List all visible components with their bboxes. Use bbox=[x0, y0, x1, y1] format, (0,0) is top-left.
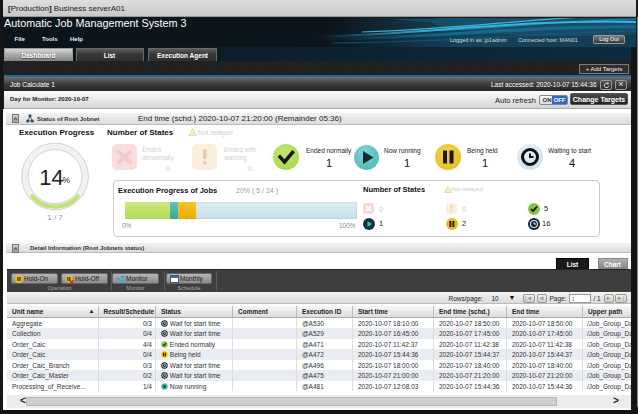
svg-text:14: 14 bbox=[39, 165, 63, 190]
svg-text:%: % bbox=[63, 174, 71, 184]
